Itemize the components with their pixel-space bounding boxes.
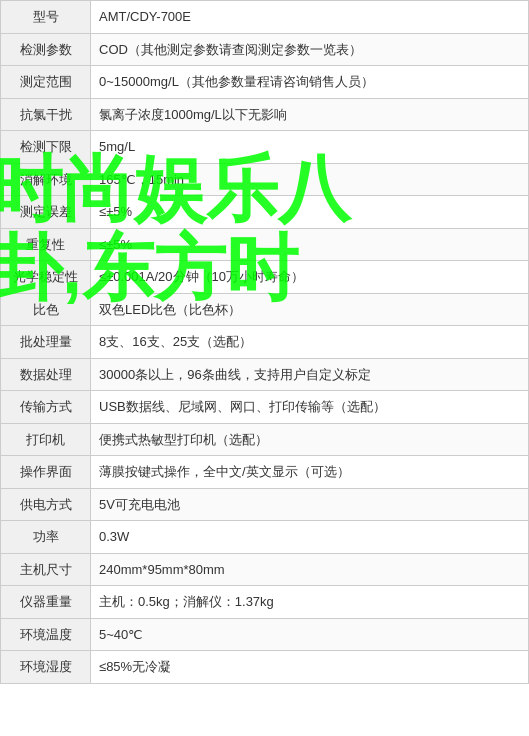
table-row: 检测下限5mg/L	[1, 131, 529, 164]
row-label: 光学稳定性	[1, 261, 91, 294]
row-value: 5~40℃	[91, 618, 529, 651]
row-label: 仪器重量	[1, 586, 91, 619]
row-label: 批处理量	[1, 326, 91, 359]
row-label: 环境温度	[1, 618, 91, 651]
row-value: 氯离子浓度1000mg/L以下无影响	[91, 98, 529, 131]
table-row: 操作界面薄膜按键式操作，全中文/英文显示（可选）	[1, 456, 529, 489]
table-row: 测定误差≤±5%	[1, 196, 529, 229]
row-value: ≤85%无冷凝	[91, 651, 529, 684]
row-value: AMT/CDY-700E	[91, 1, 529, 34]
row-label: 供电方式	[1, 488, 91, 521]
table-row: 比色双色LED比色（比色杯）	[1, 293, 529, 326]
table-row: 重复性≤±5%	[1, 228, 529, 261]
row-label: 数据处理	[1, 358, 91, 391]
row-label: 测定范围	[1, 66, 91, 99]
table-row: 光学稳定性≤±0.001A/20分钟（10万小时寿命）	[1, 261, 529, 294]
row-value: 薄膜按键式操作，全中文/英文显示（可选）	[91, 456, 529, 489]
row-label: 传输方式	[1, 391, 91, 424]
row-label: 消解环境	[1, 163, 91, 196]
row-value: 便携式热敏型打印机（选配）	[91, 423, 529, 456]
row-value: 240mm*95mm*80mm	[91, 553, 529, 586]
table-row: 环境温度5~40℃	[1, 618, 529, 651]
row-value: ≤±5%	[91, 196, 529, 229]
row-label: 比色	[1, 293, 91, 326]
row-label: 抗氯干扰	[1, 98, 91, 131]
table-row: 型号AMT/CDY-700E	[1, 1, 529, 34]
row-value: 5mg/L	[91, 131, 529, 164]
table-row: 供电方式5V可充电电池	[1, 488, 529, 521]
row-label: 检测参数	[1, 33, 91, 66]
table-row: 环境湿度≤85%无冷凝	[1, 651, 529, 684]
row-label: 打印机	[1, 423, 91, 456]
table-row: 主机尺寸240mm*95mm*80mm	[1, 553, 529, 586]
table-row: 测定范围0~15000mg/L（其他参数量程请咨询销售人员）	[1, 66, 529, 99]
table-row: 仪器重量主机：0.5kg；消解仪：1.37kg	[1, 586, 529, 619]
table-row: 抗氯干扰氯离子浓度1000mg/L以下无影响	[1, 98, 529, 131]
row-value: ≤±0.001A/20分钟（10万小时寿命）	[91, 261, 529, 294]
row-label: 功率	[1, 521, 91, 554]
row-value: COD（其他测定参数请查阅测定参数一览表）	[91, 33, 529, 66]
table-row: 检测参数COD（其他测定参数请查阅测定参数一览表）	[1, 33, 529, 66]
row-value: 30000条以上，96条曲线，支持用户自定义标定	[91, 358, 529, 391]
row-label: 环境湿度	[1, 651, 91, 684]
row-label: 检测下限	[1, 131, 91, 164]
row-value: 8支、16支、25支（选配）	[91, 326, 529, 359]
row-value: 5V可充电电池	[91, 488, 529, 521]
table-row: 数据处理30000条以上，96条曲线，支持用户自定义标定	[1, 358, 529, 391]
table-row: 传输方式USB数据线、尼域网、网口、打印传输等（选配）	[1, 391, 529, 424]
row-label: 主机尺寸	[1, 553, 91, 586]
table-row: 消解环境165℃，15min	[1, 163, 529, 196]
row-label: 操作界面	[1, 456, 91, 489]
row-value: ≤±5%	[91, 228, 529, 261]
row-label: 型号	[1, 1, 91, 34]
row-value: 双色LED比色（比色杯）	[91, 293, 529, 326]
row-value: 主机：0.5kg；消解仪：1.37kg	[91, 586, 529, 619]
table-row: 打印机便携式热敏型打印机（选配）	[1, 423, 529, 456]
table-row: 功率0.3W	[1, 521, 529, 554]
row-value: 0~15000mg/L（其他参数量程请咨询销售人员）	[91, 66, 529, 99]
table-row: 批处理量8支、16支、25支（选配）	[1, 326, 529, 359]
row-label: 重复性	[1, 228, 91, 261]
row-label: 测定误差	[1, 196, 91, 229]
row-value: 0.3W	[91, 521, 529, 554]
row-value: 165℃，15min	[91, 163, 529, 196]
spec-table: 型号AMT/CDY-700E检测参数COD（其他测定参数请查阅测定参数一览表）测…	[0, 0, 529, 684]
row-value: USB数据线、尼域网、网口、打印传输等（选配）	[91, 391, 529, 424]
